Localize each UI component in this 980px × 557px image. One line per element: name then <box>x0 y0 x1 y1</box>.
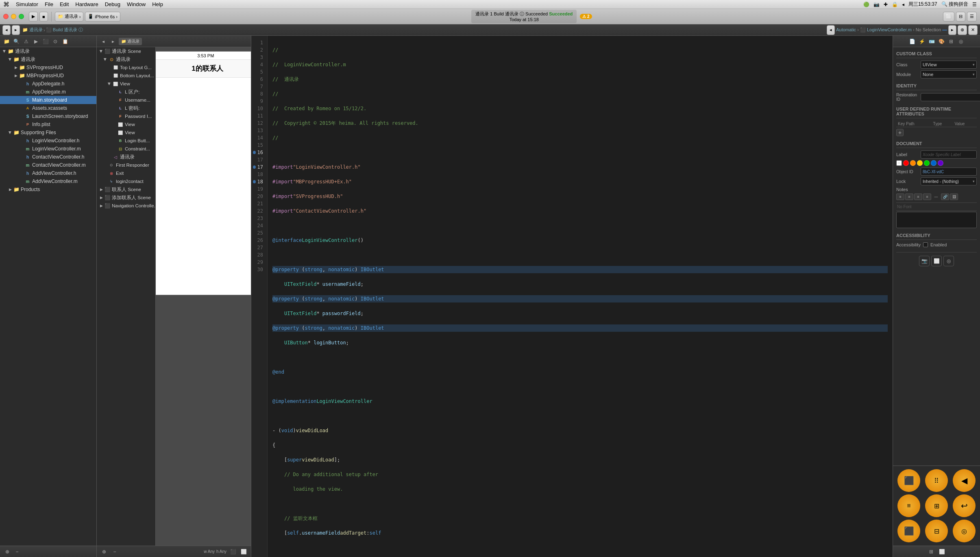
view-toggle-btn[interactable]: ⊟ <box>956 12 965 22</box>
apple-menu[interactable]: ⌘ <box>3 1 9 8</box>
module-field[interactable]: None ▾ <box>921 70 977 78</box>
color-red[interactable] <box>903 160 909 166</box>
color-yellow[interactable] <box>917 160 923 166</box>
nav-mbprogress[interactable]: ▶ 📁 MBProgressHUD <box>0 72 96 80</box>
nav-launchscreen[interactable]: ▶ S LaunchScreen.storyboard <box>0 112 96 120</box>
scene-constraints[interactable]: ▶ ⊟ Constraint... <box>97 145 155 153</box>
menu-window[interactable]: Window <box>127 1 146 7</box>
panel-toggle-btn[interactable]: ☰ <box>967 12 977 22</box>
menu-simulator[interactable]: Simulator <box>16 1 38 7</box>
icon-camera-btn[interactable]: ◎ <box>953 520 976 542</box>
scene-add-contact[interactable]: ▶ ⬛ 添加联系人 Scene <box>97 194 155 202</box>
menu-help[interactable]: Help <box>152 1 163 7</box>
nav-report-icon-btn[interactable]: 📋 <box>61 37 69 46</box>
scene-label-user[interactable]: ▶ L L 区户: <box>97 88 155 96</box>
menu-debug[interactable]: Debug <box>105 1 120 7</box>
notes-img[interactable]: 🖼 <box>950 194 958 200</box>
inspector-file-btn[interactable]: 📄 <box>908 37 916 46</box>
nav-test-icon-btn[interactable]: ▶ <box>32 37 40 46</box>
icon-back-btn[interactable]: ◀ <box>953 469 976 492</box>
scene-tongxunlu[interactable]: ▶ ⬛ 通讯录 Scene <box>97 47 155 55</box>
rp-bottom-btn2[interactable]: ⬜ <box>938 548 946 556</box>
editor-next-btn[interactable]: ▸ <box>948 25 956 35</box>
scene-login-btn[interactable]: ▶ B Login Butt... <box>97 137 155 145</box>
scene-label-pwd[interactable]: ▶ L L 密码: <box>97 104 155 112</box>
storyboard-layout-btn2[interactable]: ⬜ <box>240 548 248 556</box>
nav-supporting-files[interactable]: ▶ 📁 Supporting Files <box>0 128 96 137</box>
scene-view-3[interactable]: ▶ ⬜ View <box>97 128 155 137</box>
breadcrumb-build[interactable]: ⬛ Build 通讯录 ⓘ <box>46 27 83 33</box>
user-attrs-add-btn[interactable]: + <box>896 129 904 136</box>
nav-prev-btn[interactable]: ◂ <box>2 25 11 35</box>
notes-link[interactable]: 🔗 <box>941 194 949 200</box>
inspector-connect-btn[interactable]: ◎ <box>957 37 965 46</box>
icon-keypad-btn[interactable]: ⊞ <box>925 494 948 517</box>
minimize-button[interactable] <box>11 14 16 19</box>
nav-search-icon-btn[interactable]: 🔍 <box>12 37 20 46</box>
menu-file[interactable]: File <box>45 1 53 7</box>
inspector-size-btn[interactable]: ⊞ <box>947 37 955 46</box>
bottom-icon-location[interactable]: ◎ <box>943 256 954 266</box>
scene-contacts[interactable]: ▶ ⬛ 联系人 Scene <box>97 185 155 194</box>
icon-minus-btn[interactable]: ⊟ <box>925 520 948 542</box>
scene-segue[interactable]: ▶ ↳ login2contact <box>97 177 155 185</box>
nav-appdelegate-m[interactable]: ▶ m AppDelegate.m <box>0 88 96 96</box>
scheme-selector[interactable]: 📁 通讯录 › <box>55 12 84 22</box>
icon-stop-btn[interactable]: ⬛ <box>897 520 920 542</box>
scene-view-2[interactable]: ▶ ⬜ View <box>97 120 155 128</box>
nav-contactvc-m[interactable]: ▶ m ContactViewController.m <box>0 161 96 169</box>
warning-badge[interactable]: ⚠ 2 <box>580 14 592 19</box>
restoration-input[interactable] <box>921 93 980 101</box>
scene-first-responder[interactable]: ▶ ⊙ First Responder <box>97 161 155 169</box>
menubar-input-method[interactable]: 🔍 搜狗拼音 <box>941 1 968 8</box>
notes-align-right[interactable]: ≡ <box>914 194 922 200</box>
nav-svprogress[interactable]: ▶ 📁 SVProgressHUD <box>0 63 96 72</box>
scene-vc[interactable]: ▶ ⊙ 通讯录 <box>97 55 155 63</box>
nav-warning-icon-btn[interactable]: ⚠ <box>22 37 30 46</box>
icon-rotate-btn[interactable]: ↩ <box>953 494 976 517</box>
rp-bottom-btn1[interactable]: ⊞ <box>927 548 935 556</box>
stop-button[interactable]: ■ <box>39 12 48 22</box>
inspector-qs-btn[interactable]: ⚡ <box>918 37 926 46</box>
storyboard-add-btn[interactable]: ⊕ <box>100 548 108 556</box>
notes-align-left[interactable]: ≡ <box>896 194 904 200</box>
bottom-icon-capture[interactable]: 📷 <box>919 256 930 266</box>
notes-textarea[interactable] <box>896 212 977 228</box>
scene-prev-btn[interactable]: ◂ <box>99 37 107 46</box>
storyboard-minus-btn[interactable]: − <box>111 548 119 556</box>
nav-loginvc-h[interactable]: ▶ h LoginViewController.h <box>0 137 96 145</box>
nav-breakpoint-icon-btn[interactable]: ⊙ <box>51 37 59 46</box>
icon-list-btn[interactable]: ≡ <box>897 494 920 517</box>
nav-filter-btn[interactable]: − <box>13 548 21 556</box>
scene-view-main[interactable]: ▶ ⬜ View <box>97 80 155 88</box>
scene-next-btn[interactable]: ▸ <box>109 37 117 46</box>
scene-breadcrumb[interactable]: 📁 通讯录 <box>119 38 142 45</box>
nav-main-storyboard[interactable]: ▶ S Main.storyboard <box>0 96 96 104</box>
scene-field-username[interactable]: ▶ F Username... <box>97 96 155 104</box>
notes-align-center[interactable]: ≡ <box>905 194 913 200</box>
scene-field-pwd[interactable]: ▶ F Password I... <box>97 112 155 120</box>
nav-debug-icon-btn[interactable]: ⬛ <box>41 37 50 46</box>
editor-scroll-area[interactable]: 1 2 3 4 5 6 7 8 9 10 11 12 13 14 15 16 1… <box>251 36 893 557</box>
color-orange[interactable] <box>910 160 916 166</box>
maximize-button[interactable] <box>19 14 24 19</box>
menu-hardware[interactable]: Hardware <box>75 1 98 7</box>
nav-addvc-h[interactable]: ▶ h AddViewController.h <box>0 169 96 177</box>
editor-toggle-btn[interactable]: ⬜ <box>943 12 954 22</box>
device-selector[interactable]: 📱 iPhone 6s › <box>85 12 120 22</box>
lock-field[interactable]: Inherited - (Nothing) ▾ <box>921 177 977 185</box>
nav-addvc-m[interactable]: ▶ m AddViewController.m <box>0 177 96 185</box>
breadcrumb-selection[interactable]: No Selection <box>916 27 941 32</box>
icon-square-btn[interactable]: ⬛ <box>897 469 920 492</box>
storyboard-layout-btn1[interactable]: ⬛ <box>229 548 237 556</box>
color-green[interactable] <box>924 160 930 166</box>
inspector-attr-btn[interactable]: 🎨 <box>937 37 945 46</box>
scene-exit[interactable]: ▶ ⊗ Exit <box>97 169 155 177</box>
nav-appdelegate-h[interactable]: ▶ h AppDelegate.h <box>0 80 96 88</box>
class-field[interactable]: UIView ▾ <box>921 61 977 69</box>
inspector-id-btn[interactable]: 🪪 <box>928 37 936 46</box>
nav-contactvc-h[interactable]: ▶ h ContactViewController.h <box>0 153 96 161</box>
breadcrumb-auto[interactable]: Automatic <box>836 27 856 32</box>
nav-folder-icon-btn[interactable]: 📁 <box>2 37 11 46</box>
editor-add-btn[interactable]: ⊕ <box>958 25 967 35</box>
